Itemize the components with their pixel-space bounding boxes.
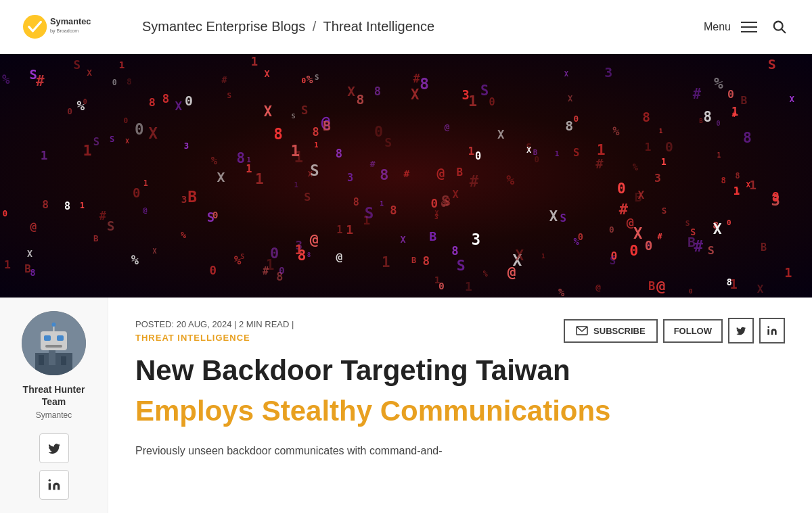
matrix-char: 1: [784, 266, 792, 280]
matrix-char: 8: [273, 125, 282, 143]
matrix-char: 0: [67, 106, 72, 116]
matrix-char: S: [560, 212, 566, 224]
matrix-char: 1: [468, 93, 477, 110]
hero-background: @S8183S%S0B8%X10B11B%XSB338X0BB8111S%1#B…: [0, 54, 812, 298]
matrix-char: #: [413, 72, 420, 85]
matrix-char: 0: [717, 120, 721, 127]
linkedin-share-button[interactable]: [39, 470, 69, 500]
matrix-char: S: [573, 147, 579, 159]
matrix-char: 1: [83, 142, 91, 159]
matrix-char: X: [452, 189, 458, 201]
matrix-char: 8: [771, 189, 779, 204]
matrix-char: S: [768, 56, 776, 72]
matrix-char: %: [506, 172, 514, 188]
matrix-char: 1: [314, 141, 318, 149]
svg-rect-15: [61, 356, 66, 365]
linkedin-follow-button[interactable]: [759, 318, 785, 343]
matrix-char: 1: [661, 157, 667, 167]
breadcrumb-blogs[interactable]: Symantec Enterprise Blogs: [142, 19, 305, 34]
post-separator: |: [234, 319, 239, 329]
post-subtitle: Employs Stealthy Communications: [135, 394, 785, 428]
matrix-char: 8: [422, 254, 430, 268]
matrix-char: 8: [390, 204, 397, 217]
header-left: Symantec by Broadcom Symantec Enterprise…: [20, 10, 434, 44]
matrix-char: X: [564, 70, 568, 78]
matrix-char: @: [445, 122, 450, 132]
matrix-char: 0: [3, 209, 7, 218]
matrix-char: X: [789, 94, 794, 104]
matrix-char: B: [761, 241, 767, 254]
matrix-char: 8: [736, 171, 740, 181]
post-title: New Backdoor Targeting Taiwan: [135, 354, 785, 387]
matrix-char: S: [441, 193, 450, 210]
social-links: [39, 433, 69, 500]
matrix-char: #: [470, 172, 479, 190]
twitter-follow-button[interactable]: [728, 318, 754, 343]
matrix-char: 8: [127, 76, 132, 87]
matrix-char: 1: [597, 141, 606, 158]
matrix-char: S: [310, 162, 319, 179]
twitter-share-button[interactable]: [39, 433, 69, 463]
svg-rect-9: [45, 345, 62, 348]
matrix-char: 1: [41, 148, 48, 162]
subscribe-button[interactable]: SUBSCRIBE: [564, 319, 658, 343]
matrix-char: 1: [465, 279, 472, 293]
matrix-char: 1: [294, 181, 298, 189]
logo[interactable]: Symantec by Broadcom: [20, 10, 129, 44]
hamburger-line-3: [741, 31, 757, 32]
matrix-char: #: [99, 209, 106, 222]
search-button[interactable]: [767, 15, 792, 39]
matrix-char: 0: [689, 287, 693, 295]
svg-rect-19: [767, 329, 769, 335]
matrix-char: 8: [451, 244, 458, 258]
matrix-char: 0: [112, 78, 117, 87]
matrix-char: 1: [295, 241, 303, 258]
matrix-char: 1: [80, 201, 85, 210]
matrix-char: 8: [30, 268, 36, 278]
matrix-char: 8: [64, 200, 70, 212]
matrix-char: 0: [573, 114, 579, 124]
matrix-char: %: [558, 287, 564, 298]
matrix-char: S: [107, 218, 114, 233]
main-content: POSTED: 20 AUG, 2024 | 2 MIN READ | THRE…: [108, 298, 812, 513]
breadcrumb-separator: /: [313, 19, 317, 34]
svg-point-20: [767, 326, 769, 328]
matrix-char: %: [211, 155, 217, 167]
hamburger-line-2: [741, 26, 757, 28]
post-excerpt: Previously unseen backdoor communicates …: [135, 442, 785, 460]
matrix-char: 0: [210, 264, 217, 277]
matrix-char: B: [699, 118, 702, 124]
matrix-char: X: [411, 87, 419, 103]
matrix-char: S: [685, 219, 690, 228]
matrix-char: 8: [307, 251, 311, 258]
matrix-char: %: [714, 74, 723, 92]
matrix-char: B: [533, 148, 537, 157]
matrix-char: #: [595, 157, 603, 171]
matrix-char: X: [87, 68, 92, 78]
post-meta: POSTED: 20 AUG, 2024 | 2 MIN READ | THRE…: [135, 318, 785, 343]
follow-button[interactable]: FOLLOW: [663, 319, 723, 343]
matrix-char: 1: [255, 170, 264, 187]
matrix-char: 0: [83, 98, 87, 105]
matrix-char: 0: [374, 123, 383, 140]
breadcrumb-threat-intel[interactable]: Threat Intelligence: [323, 19, 435, 34]
hamburger-menu-button[interactable]: [741, 22, 757, 32]
matrix-char: 3: [347, 172, 353, 184]
site-header: Symantec by Broadcom Symantec Enterprise…: [0, 0, 812, 54]
matrix-char: X: [264, 103, 272, 120]
matrix-char: @: [508, 264, 516, 281]
hero-image: @S8183S%S0B8%X10B11B%XSB338X0BB8111S%1#B…: [0, 54, 812, 298]
matrix-char: S: [480, 82, 489, 99]
matrix-char: X: [568, 94, 572, 103]
matrix-char: 0: [438, 280, 445, 291]
matrix-char: 0: [133, 185, 140, 200]
author-company: Symantec: [36, 410, 72, 420]
matrix-char: X: [526, 145, 531, 155]
matrix-char: 8: [374, 85, 381, 98]
matrix-char: X: [264, 68, 269, 79]
matrix-char: X: [153, 247, 157, 255]
matrix-char: 0: [727, 88, 734, 101]
subscribe-label: SUBSCRIBE: [593, 326, 646, 336]
breadcrumb: Symantec Enterprise Blogs / Threat Intel…: [142, 19, 434, 34]
matrix-char: 1: [246, 163, 252, 175]
